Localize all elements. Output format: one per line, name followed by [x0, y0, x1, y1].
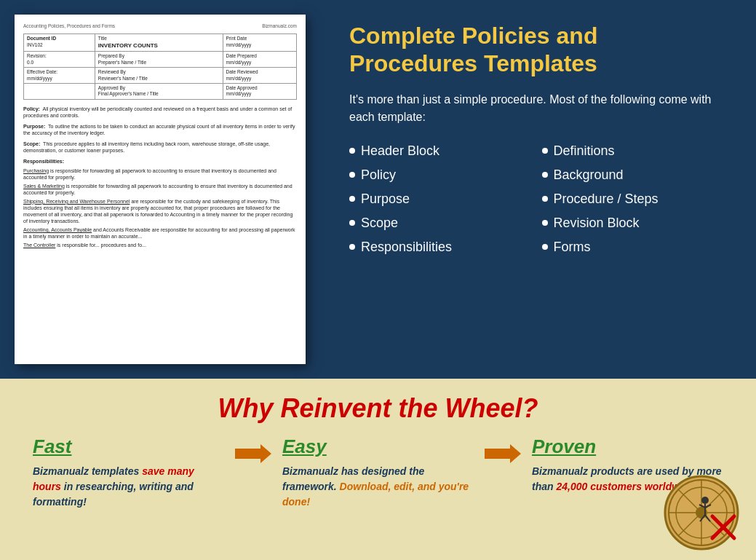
feature-responsibilities: Responsibilities	[349, 235, 542, 259]
resp2: Sales & Marketing is responsible for for…	[23, 183, 297, 196]
approved-by-cell: Approved By Final Approver's Name / Titl…	[95, 84, 223, 100]
responsibilities-section: Responsibilities: Purchasing is responsi…	[23, 158, 297, 248]
scope-section: Scope: This procedure applies to all inv…	[23, 141, 297, 154]
policy-section: Policy: All physical inventory will be p…	[23, 106, 297, 119]
svg-point-8	[701, 497, 709, 504]
bullet-icon	[349, 244, 355, 250]
marketing-section: Complete Policies and Procedures Templat…	[335, 0, 756, 379]
bullet-icon	[542, 148, 548, 154]
bullet-icon	[349, 196, 355, 202]
doc-header-row: Accounting Policies, Procedures and Form…	[23, 23, 297, 29]
date-reviewed-cell: Date Reviewed mm/dd/yyyy	[223, 68, 297, 84]
doc-paper: Accounting Policies, Procedures and Form…	[15, 15, 306, 364]
svg-marker-17	[485, 444, 521, 463]
resp4: Accounting, Accounts Payable and Account…	[23, 226, 297, 240]
resp3: Shipping, Receiving and Warehouse Person…	[23, 198, 297, 224]
bullet-icon	[542, 220, 548, 226]
reviewed-by-cell: Reviewed By Reviewer's Name / Title	[95, 68, 223, 84]
bullet-icon	[349, 148, 355, 154]
fast-header: Fast	[33, 435, 224, 458]
resp5: The Controller is responsible for... pro…	[23, 242, 297, 248]
bullet-icon	[542, 244, 548, 250]
bottom-section: Why Reinvent the Wheel?	[0, 379, 756, 560]
proven-header: Proven	[532, 435, 723, 458]
feature-revision-block: Revision Block	[542, 211, 735, 235]
arrow-2	[485, 435, 521, 465]
feature-definitions: Definitions	[542, 139, 735, 163]
main-title: Complete Policies and Procedures Templat…	[349, 22, 734, 78]
feature-background: Background	[542, 163, 735, 187]
feature-procedure: Procedure / Steps	[542, 187, 735, 211]
doc-id-label: Document ID INV102	[24, 34, 95, 52]
fast-title: Fast	[33, 435, 71, 458]
top-section: Accounting Policies, Procedures and Form…	[0, 0, 756, 379]
bullet-icon	[542, 196, 548, 202]
doc-info-table: Document ID INV102 Title INVENTORY COUNT…	[23, 33, 297, 99]
revision-cell: Revision: 0.0	[24, 52, 95, 68]
print-date-cell: Print Date mm/dd/yyyy	[223, 34, 297, 52]
doc-title-cell: Title INVENTORY COUNTS	[95, 34, 223, 52]
subtitle: It's more than just a simple procedure. …	[349, 91, 734, 126]
date-approved-cell: Date Approved mm/dd/yyyy	[223, 84, 297, 100]
date-prepared-cell: Date Prepared mm/dd/yyyy	[223, 52, 297, 68]
main-container: Accounting Policies, Procedures and Form…	[0, 0, 756, 560]
easy-title: Easy	[282, 435, 327, 458]
bullet-icon	[542, 172, 548, 178]
arrow-1	[235, 435, 271, 465]
feature-forms: Forms	[542, 235, 735, 259]
easy-column: Easy Bizmanualz has designed the framewo…	[271, 435, 485, 510]
feature-policy: Policy	[349, 163, 542, 187]
proven-title: Proven	[532, 435, 596, 458]
features-col-left: Header Block Policy Purpose Scope	[349, 139, 542, 259]
svg-marker-16	[235, 444, 271, 463]
wheel-image	[661, 473, 741, 553]
doc-preview: Accounting Policies, Procedures and Form…	[0, 0, 335, 379]
feature-scope: Scope	[349, 211, 542, 235]
feature-purpose: Purpose	[349, 187, 542, 211]
accounting-label: Accounting Policies, Procedures and Form…	[23, 23, 115, 29]
website-label: Bizmanualz.com	[262, 23, 297, 29]
columns-row: Fast Bizmanualz templates save many hour…	[22, 435, 734, 510]
fast-text: Bizmanualz templates save many hours in …	[33, 464, 224, 510]
resp1: Purchasing is responsible for forwarding…	[23, 167, 297, 181]
fast-column: Fast Bizmanualz templates save many hour…	[22, 435, 235, 510]
empty-cell	[24, 84, 95, 100]
purpose-section: Purpose: To outline the actions to be ta…	[23, 123, 297, 136]
why-title: Why Reinvent the Wheel?	[22, 393, 734, 424]
prepared-by-cell: Prepared By Preparer's Name / Title	[95, 52, 223, 68]
features-grid: Header Block Policy Purpose Scope	[349, 139, 734, 259]
bullet-icon	[349, 172, 355, 178]
easy-text: Bizmanualz has designed the framework. D…	[282, 464, 474, 510]
bullet-icon	[349, 220, 355, 226]
feature-header-block: Header Block	[349, 139, 542, 163]
effective-date-cell: Effective Date: mm/dd/yyyy	[24, 68, 95, 84]
features-col-right: Definitions Background Procedure / Steps…	[542, 139, 735, 259]
easy-header: Easy	[282, 435, 474, 458]
